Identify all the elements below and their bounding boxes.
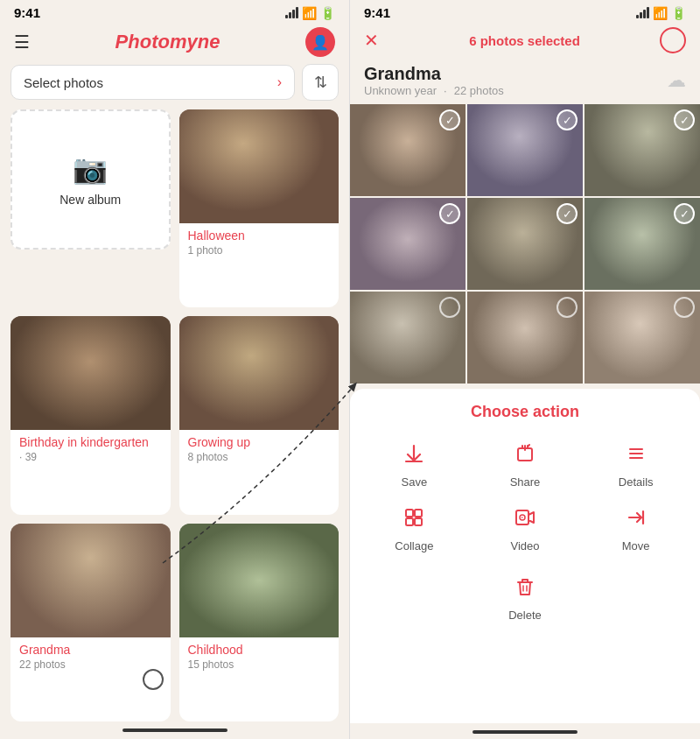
- photo-checkbox[interactable]: [674, 297, 695, 318]
- album-title: Birthday in kindergarten: [19, 435, 162, 449]
- select-photos-label: Select photos: [24, 75, 103, 90]
- new-album-card[interactable]: 📷 New album: [10, 109, 171, 250]
- collage-action-button[interactable]: Collage: [359, 497, 470, 561]
- sort-icon: ⇅: [314, 73, 327, 92]
- save-label: Save: [402, 475, 428, 489]
- sort-button[interactable]: ⇅: [302, 64, 339, 101]
- delete-icon: [514, 575, 536, 603]
- svg-marker-10: [522, 517, 523, 518]
- album-thumbnail: [179, 109, 340, 223]
- video-action-button[interactable]: Video: [470, 497, 581, 561]
- album-title: Growing up: [188, 435, 331, 449]
- home-indicator-right: [472, 730, 578, 734]
- top-bar-left: ☰ Photomyne 👤: [0, 24, 349, 64]
- photo-checkbox[interactable]: ✓: [439, 109, 460, 130]
- save-action-button[interactable]: Save: [359, 433, 470, 497]
- album-info: Birthday in kindergarten · 39: [10, 430, 171, 470]
- photo-cell-7[interactable]: [350, 292, 466, 384]
- photo-cell-2[interactable]: ✓: [467, 104, 583, 196]
- save-icon: [402, 442, 425, 470]
- time-right: 9:41: [364, 5, 390, 20]
- avatar-icon: 👤: [312, 34, 329, 51]
- collage-icon: [402, 506, 425, 534]
- album-title: Halloween: [188, 229, 331, 243]
- album-card-childhood[interactable]: Childhood 15 photos: [179, 524, 340, 721]
- album-count: 15 photos: [188, 658, 331, 671]
- album-card-growingup[interactable]: Growing up 8 photos: [179, 316, 340, 514]
- photo-checkbox[interactable]: [556, 297, 578, 318]
- photo-cell-3[interactable]: ✓: [584, 104, 700, 196]
- camera-plus-icon: 📷: [73, 152, 108, 186]
- move-label: Move: [622, 539, 650, 552]
- album-card-grandma[interactable]: Grandma 22 photos: [10, 524, 171, 721]
- photo-cell-8[interactable]: [467, 292, 583, 384]
- album-count: 8 photos: [188, 451, 331, 463]
- photo-cell-1[interactable]: ✓: [350, 104, 466, 196]
- move-icon: [625, 506, 648, 534]
- album-photo-count: 22 photos: [454, 84, 504, 97]
- video-label: Video: [510, 539, 539, 552]
- svg-rect-7: [415, 518, 422, 525]
- battery-icon-right: 🔋: [671, 6, 686, 20]
- status-bar-left: 9:41 📶 🔋: [0, 0, 349, 24]
- photo-cell-4[interactable]: ✓: [350, 198, 466, 290]
- chevron-right-icon: ›: [277, 74, 282, 90]
- user-avatar[interactable]: 👤: [305, 27, 335, 57]
- album-count: 1 photo: [188, 244, 331, 257]
- photo-checkbox[interactable]: ✓: [556, 203, 578, 224]
- wifi-icon: 📶: [302, 6, 317, 20]
- share-action-button[interactable]: Share: [470, 433, 581, 497]
- photo-checkbox[interactable]: ✓: [674, 109, 695, 130]
- photo-cell-5[interactable]: ✓: [467, 198, 583, 290]
- album-thumbnail: [10, 524, 171, 637]
- circle-annotation-badge: [143, 669, 164, 690]
- album-count: · 39: [19, 451, 162, 463]
- choose-action-panel: Choose action Save: [350, 389, 700, 723]
- photos-grid: ✓ ✓ ✓ ✓ ✓ ✓: [350, 102, 700, 385]
- new-album-label: New album: [60, 193, 121, 207]
- details-icon: [625, 442, 648, 470]
- album-thumbnail: [179, 316, 340, 430]
- album-info: Halloween 1 photo: [179, 223, 340, 264]
- battery-icon: 🔋: [320, 6, 335, 20]
- home-indicator: [122, 728, 228, 732]
- album-thumbnail: [10, 316, 171, 430]
- menu-icon[interactable]: ☰: [14, 32, 30, 53]
- action-row-1: Save Share: [350, 433, 700, 497]
- album-info: Childhood 15 photos: [179, 637, 340, 678]
- share-icon: [514, 442, 536, 470]
- signal-icon-right: [636, 7, 649, 18]
- album-thumbnail: [179, 524, 340, 637]
- choose-action-title: Choose action: [350, 403, 700, 421]
- album-name: Grandma: [364, 64, 504, 84]
- photo-checkbox[interactable]: ✓: [439, 203, 460, 224]
- select-photos-button[interactable]: Select photos ›: [10, 65, 295, 100]
- albums-grid: 📷 New album Halloween 1 photo Birthday i…: [0, 109, 349, 721]
- cloud-sync-icon: ☁: [667, 69, 686, 92]
- details-label: Details: [619, 475, 654, 489]
- album-card-birthday[interactable]: Birthday in kindergarten · 39: [10, 316, 171, 514]
- signal-icon: [285, 7, 298, 18]
- album-count: 22 photos: [19, 658, 162, 671]
- album-title: Grandma: [19, 643, 162, 657]
- wifi-icon-right: 📶: [653, 6, 668, 20]
- delete-action-button[interactable]: Delete: [501, 567, 549, 630]
- select-all-button[interactable]: [660, 27, 686, 53]
- action-row-2: Collage Video: [350, 497, 700, 561]
- selected-count-label: 6 photos selected: [389, 33, 660, 48]
- collage-label: Collage: [395, 539, 433, 552]
- photo-checkbox[interactable]: ✓: [674, 203, 695, 224]
- svg-rect-5: [415, 510, 422, 517]
- album-card-halloween[interactable]: Halloween 1 photo: [179, 109, 340, 307]
- right-panel: 9:41 📶 🔋 ✕ 6 photos selected Grandma Unk…: [350, 0, 700, 739]
- photo-checkbox[interactable]: [439, 297, 460, 318]
- details-action-button[interactable]: Details: [580, 433, 691, 497]
- status-icons-left: 📶 🔋: [285, 6, 335, 20]
- close-button[interactable]: ✕: [364, 30, 379, 51]
- photo-cell-9[interactable]: [584, 292, 700, 384]
- photo-checkbox[interactable]: ✓: [556, 109, 578, 130]
- svg-rect-4: [406, 510, 413, 517]
- move-action-button[interactable]: Move: [580, 497, 691, 561]
- time-left: 9:41: [14, 5, 40, 20]
- photo-cell-6[interactable]: ✓: [584, 198, 700, 290]
